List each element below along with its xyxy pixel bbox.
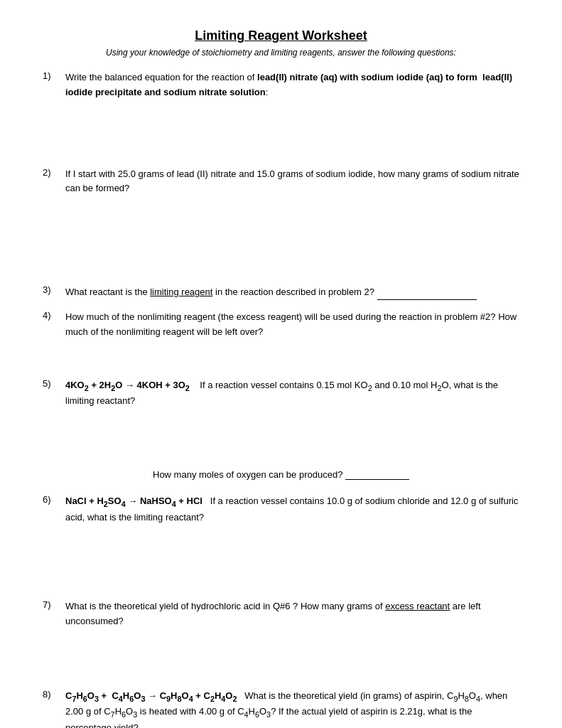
q5-formula: 4KO2 + 2H2O → 4KOH + 3O2 [65,380,193,390]
worksheet-title: Limiting Reagent Worksheet [43,28,519,43]
q7-space [43,639,519,689]
q6-space [43,535,519,599]
q6-text: NaCl + H2SO4 → NaHSO4 + HCl If a reactio… [65,494,519,525]
question-6: 6) NaCl + H2SO4 → NaHSO4 + HCl If a reac… [43,494,519,525]
q5-moles-text: How many moles of oxygen can be produced… [153,469,409,480]
q3-underline: limiting reagent [150,287,212,297]
q5-space [43,419,519,461]
q4-text: How much of the nonlimiting reagent (the… [65,310,519,340]
question-1: 1) Write the balanced equation for the r… [43,70,519,100]
q8-number: 8) [43,689,65,728]
worksheet-subtitle: Using your knowledge of stoichiometry an… [43,48,519,58]
q1-number: 1) [43,70,65,100]
q6-number: 6) [43,494,65,525]
q1-text: Write the balanced equation for the reac… [65,70,519,100]
q6-formula: NaCl + H2SO4 → NaHSO4 + HCl [65,496,205,506]
q1-space [43,110,519,167]
q5-moles-line: How many moles of oxygen can be produced… [43,469,519,480]
q2-text: If I start with 25.0 grams of lead (II) … [65,167,519,197]
question-5: 5) 4KO2 + 2H2O → 4KOH + 3O2 If a reactio… [43,378,519,410]
q5-blank [345,469,409,480]
q7-underline: excess reactant [385,601,450,611]
q3-blank [377,284,477,300]
q8-text: C7H6O3 + C4H6O3 → C9H8O4 + C2H4O2 What i… [65,689,519,728]
question-7: 7) What is the theoretical yield of hydr… [43,599,519,629]
q1-bold: lead(II) nitrate (aq) with sodium iodide… [65,72,512,97]
q2-number: 2) [43,167,65,197]
q5-number: 5) [43,378,65,410]
worksheet-page: Limiting Reagent Worksheet Using your kn… [0,0,562,728]
question-8: 8) C7H6O3 + C4H6O3 → C9H8O4 + C2H4O2 Wha… [43,689,519,728]
q3-number: 3) [43,284,65,300]
question-3: 3) What reactant is the limiting reagent… [43,284,519,300]
question-4: 4) How much of the nonlimiting reagent (… [43,310,519,340]
q2-space [43,206,519,284]
q3-text: What reactant is the limiting reagent in… [65,284,519,300]
q5-text: 4KO2 + 2H2O → 4KOH + 3O2 If a reaction v… [65,378,519,410]
q7-number: 7) [43,599,65,629]
q8-formula: C7H6O3 + C4H6O3 → C9H8O4 + C2H4O2 [65,690,239,701]
q7-text: What is the theoretical yield of hydroch… [65,599,519,629]
question-2: 2) If I start with 25.0 grams of lead (I… [43,167,519,197]
q4-number: 4) [43,310,65,340]
q4-space [43,350,519,378]
